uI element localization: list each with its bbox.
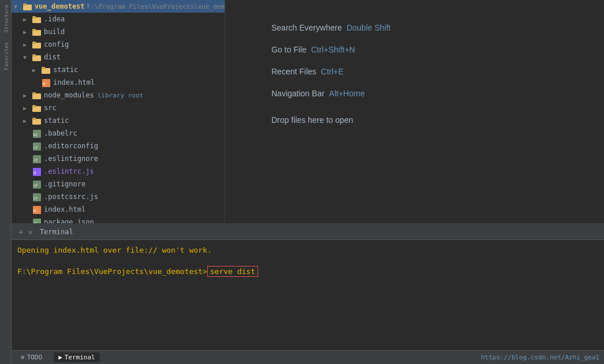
json-file-icon: JS (32, 218, 42, 223)
folder-icon (32, 104, 42, 112)
badge-label: library root (98, 92, 143, 99)
svg-rect-1 (23, 3, 27, 6)
folder-icon (42, 66, 51, 74)
terminal-area: + ✕ Terminal Opening index.html over fil… (12, 223, 604, 350)
arrow-icon (23, 42, 32, 48)
status-bar: ≡ TODO ▶ Terminal https://blog.csdn.net/… (12, 350, 604, 364)
svg-rect-5 (32, 29, 36, 31)
list-item[interactable]: CF .editorconfig (12, 140, 225, 152)
list-item[interactable]: .idea (12, 13, 225, 25)
file-name: src (44, 104, 57, 112)
folder-icon (32, 117, 42, 125)
list-item[interactable]: O .eslintrc.js (12, 165, 225, 178)
svg-rect-19 (32, 118, 36, 120)
config-file-icon: CF (32, 180, 42, 188)
list-item[interactable]: H index.html (12, 203, 225, 216)
file-name: .postcssrc.js (44, 193, 98, 201)
svg-text:CF: CF (33, 145, 38, 149)
arrow-icon (23, 118, 32, 124)
list-item[interactable]: src (12, 102, 225, 114)
file-name: .eslintrc.js (44, 167, 94, 175)
svg-text:RC: RC (33, 133, 38, 137)
list-item[interactable]: static (12, 114, 225, 127)
svg-text:CF: CF (33, 196, 38, 200)
list-item[interactable]: RC .babelrc (12, 127, 225, 140)
file-name: node_modules (44, 91, 94, 99)
drop-files-row: Drop files here to open (271, 111, 390, 125)
list-item[interactable]: node_modules library root (12, 89, 225, 102)
terminal-prompt-line: F:\Program Files\VueProjects\vue_demotes… (17, 266, 598, 277)
svg-text:O: O (33, 171, 36, 175)
todo-label: TODO (27, 354, 43, 361)
drop-files-label: Drop files here to open (271, 115, 353, 125)
terminal-tab-label: Terminal (65, 354, 95, 361)
html-file-icon: H (42, 78, 51, 87)
shortcut-row: Recent Files Ctrl+E (271, 67, 390, 76)
list-item[interactable]: build (12, 25, 225, 38)
html-file-icon: H (32, 205, 42, 213)
shortcut-row: Navigation Bar Alt+Home (271, 89, 390, 98)
svg-rect-17 (32, 105, 36, 107)
shortcut-key: Ctrl+E (321, 67, 344, 76)
arrow-icon (23, 16, 32, 22)
svg-rect-15 (32, 92, 36, 95)
file-name: static (53, 66, 78, 74)
file-name: .eslintignore (44, 155, 98, 163)
terminal-close-button[interactable]: ✕ (27, 227, 33, 237)
folder-icon (32, 53, 42, 61)
list-item[interactable]: config (12, 38, 225, 51)
shortcuts-panel: Search Everywhere Double Shift Go to Fil… (271, 23, 390, 125)
svg-rect-11 (42, 67, 45, 69)
shortcut-row: Go to File Ctrl+Shift+N (271, 45, 390, 54)
shortcut-key: Double Shift (346, 23, 390, 32)
arrow-icon (23, 29, 32, 35)
config-file-icon: CF (32, 193, 42, 201)
svg-text:CF: CF (33, 158, 38, 162)
project-name: vue_demotest (35, 2, 85, 10)
shortcut-label: Recent Files (271, 67, 316, 76)
terminal-prompt: F:\Program Files\VueProjects\vue_demotes… (17, 267, 207, 276)
list-item[interactable]: CF .eslintignore (12, 152, 225, 165)
list-item[interactable]: dist (12, 51, 225, 63)
file-name: .gitignore (44, 180, 85, 188)
file-name: dist (44, 53, 61, 61)
file-name: build (44, 28, 65, 36)
terminal-body[interactable]: Opening index.html over file:// won't wo… (12, 240, 604, 350)
file-name: .idea (44, 15, 65, 23)
shortcut-label: Navigation Bar (271, 89, 325, 98)
config-file-icon: CF (32, 142, 42, 150)
terminal-header: + ✕ Terminal (12, 224, 604, 240)
terminal-tab[interactable]: ▶ Terminal (54, 352, 100, 362)
project-root[interactable]: vue_demotest F:\Program Files\VueProject… (12, 0, 225, 13)
status-bar-url: https://blog.csdn.net/Azhi_gea1 (481, 354, 599, 361)
structure-label[interactable]: Structure (0, 0, 11, 37)
svg-text:H: H (43, 82, 45, 87)
terminal-output-line: Opening index.html over file:// won't wo… (17, 245, 598, 257)
shortcut-row: Search Everywhere Double Shift (271, 23, 390, 32)
list-item[interactable]: CF .gitignore (12, 178, 225, 190)
terminal-add-button[interactable]: + (17, 227, 24, 237)
todo-icon: ≡ (21, 354, 25, 361)
svg-text:H: H (33, 209, 36, 213)
arrow-icon (23, 105, 32, 111)
terminal-title: Terminal (40, 228, 73, 236)
folder-icon (32, 40, 42, 48)
file-name: package.json (44, 218, 94, 223)
folder-icon (23, 2, 32, 10)
arrow-icon (23, 54, 32, 61)
project-path: F:\Program Files\VueProjects\vue_dem (87, 3, 225, 10)
list-item[interactable]: static (12, 63, 225, 76)
terminal-tab-icon: ▶ (58, 354, 62, 361)
terminal-controls: + ✕ (17, 227, 34, 237)
folder-icon (32, 91, 42, 99)
list-item[interactable]: H index.html (12, 76, 225, 89)
list-item[interactable]: CF .postcssrc.js (12, 190, 225, 203)
favorites-label[interactable]: Favorites (0, 37, 11, 75)
list-item[interactable]: JS package.json (12, 216, 225, 223)
shortcut-key: Alt+Home (329, 89, 365, 98)
file-name: index.html (53, 78, 95, 87)
svg-rect-9 (32, 54, 36, 57)
file-name: .editorconfig (44, 142, 98, 150)
todo-tab[interactable]: ≡ TODO (16, 352, 47, 362)
folder-icon (32, 28, 42, 36)
